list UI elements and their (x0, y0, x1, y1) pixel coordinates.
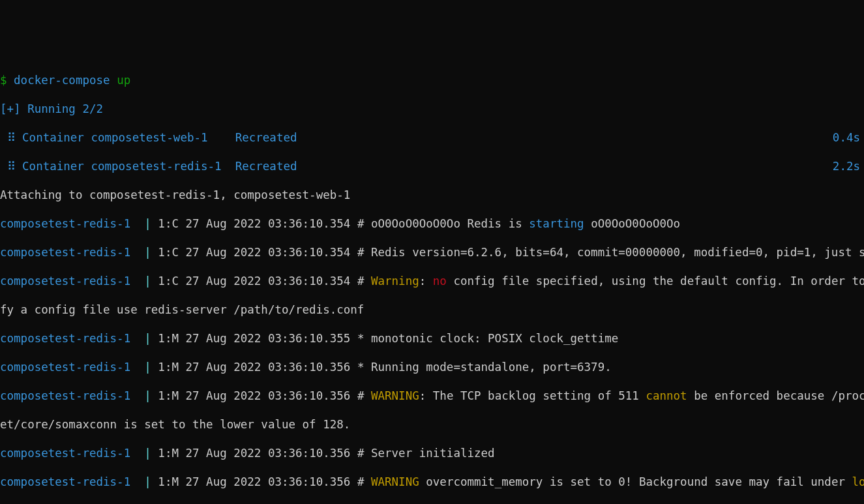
command: docker-compose (14, 74, 117, 87)
log-line: composetest-redis-1 | 1:C 27 Aug 2022 03… (0, 245, 864, 259)
log-line: composetest-redis-1 | 1:M 27 Aug 2022 03… (0, 446, 864, 460)
log-line-wrap: fy a config file use redis-server /path/… (0, 303, 864, 317)
container-row: ⠿ Container composetest-web-1 Recreated0… (0, 130, 864, 145)
command-arg: up (117, 74, 130, 87)
prompt-line: $ docker-compose up (0, 73, 864, 87)
running-status: [+] Running 2/2 (0, 102, 864, 116)
attaching-line: Attaching to composetest-redis-1, compos… (0, 188, 864, 202)
log-line: composetest-redis-1 | 1:M 27 Aug 2022 03… (0, 331, 864, 346)
log-line-wrap: et/core/somaxconn is set to the lower va… (0, 417, 864, 432)
container-row: ⠿ Container composetest-redis-1 Recreate… (0, 159, 864, 173)
log-line: composetest-redis-1 | 1:M 27 Aug 2022 03… (0, 389, 864, 403)
prompt-symbol: $ (0, 74, 14, 87)
terminal-output[interactable]: { "prompt": {"sym":"$ ", "cmd":"docker-c… (0, 14, 864, 504)
log-line: composetest-redis-1 | 1:M 27 Aug 2022 03… (0, 475, 864, 489)
log-line: composetest-redis-1 | 1:C 27 Aug 2022 03… (0, 216, 864, 231)
log-line: composetest-redis-1 | 1:C 27 Aug 2022 03… (0, 274, 864, 288)
log-line: composetest-redis-1 | 1:M 27 Aug 2022 03… (0, 360, 864, 374)
